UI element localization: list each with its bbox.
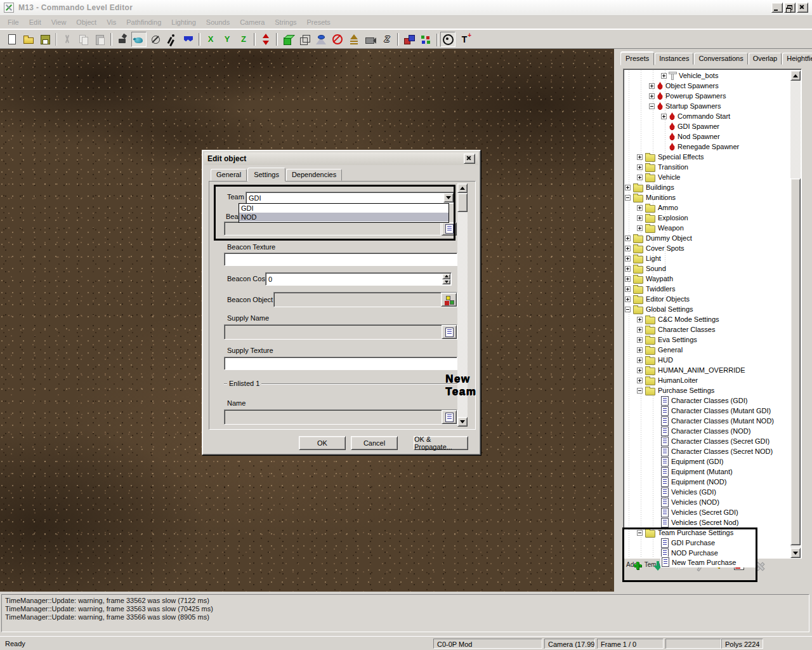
tree-row[interactable]: Vehicles (Secret Nod) (625, 517, 790, 527)
open-file-button[interactable] (21, 32, 36, 47)
tree-row[interactable]: GDI Purchase (625, 538, 790, 548)
new-file-button[interactable] (4, 32, 20, 47)
spray-tool-button[interactable] (115, 32, 130, 47)
vertical-arrows-button[interactable] (258, 32, 273, 47)
tree-expander[interactable] (625, 246, 631, 251)
tree-row[interactable]: Light (625, 253, 790, 263)
ok-propagate-button[interactable]: OK & Propagate... (414, 436, 468, 450)
tree-expander[interactable] (637, 368, 643, 373)
tree-row[interactable]: Character Classes (Secret NOD) (625, 446, 790, 456)
tree-row[interactable]: GDI Spawner (625, 121, 790, 131)
combo-dropdown-arrow[interactable] (443, 193, 454, 202)
tree-row[interactable]: Character Classes (625, 324, 790, 335)
tree-row[interactable]: Explosion (625, 213, 790, 223)
wire-cube-button[interactable] (297, 32, 312, 47)
camera-side-button[interactable] (363, 32, 378, 47)
render-teapot-button[interactable] (131, 32, 147, 47)
tree-row[interactable]: Vehicles (NOD) (625, 497, 790, 507)
tree-row[interactable]: HumanLoiter (625, 375, 790, 385)
tree-expander[interactable] (637, 378, 643, 383)
tree-row[interactable]: Dummy Object (625, 233, 790, 243)
tree-expander[interactable] (637, 327, 643, 333)
tree-expander[interactable] (637, 154, 643, 160)
beacon-name-field[interactable] (224, 222, 441, 235)
tree-expander[interactable] (637, 317, 643, 322)
axis-x-button[interactable]: X (203, 32, 218, 47)
tree-expander[interactable] (661, 114, 667, 119)
tree-expander[interactable] (637, 530, 643, 536)
tree-row[interactable]: Renegade Spawner (625, 142, 790, 152)
panel-tab[interactable]: Heightfield (782, 53, 812, 65)
copy-button[interactable] (76, 32, 91, 47)
tree-row[interactable]: Object Spawners (625, 81, 790, 91)
scrollbar-thumb[interactable] (790, 178, 801, 545)
beacon-object-field[interactable] (273, 292, 457, 307)
eye-triangle-button[interactable] (313, 32, 329, 47)
eject-up-button[interactable] (346, 32, 362, 47)
tree-row-new-team-purchase[interactable]: New Team Purchase (660, 557, 757, 567)
tree-row[interactable]: Global Settings (625, 304, 790, 314)
tree-expander[interactable] (625, 276, 631, 282)
eye-circle-button[interactable] (440, 32, 455, 47)
tree-expander[interactable] (637, 175, 643, 180)
cancel-button[interactable]: Cancel (351, 436, 398, 450)
tree-row[interactable]: Weapon (625, 223, 790, 233)
beacon-cost-input[interactable] (267, 274, 443, 284)
tree-expander[interactable] (637, 337, 643, 343)
close-button[interactable] (797, 3, 808, 13)
save-file-button[interactable] (37, 32, 53, 47)
team-combobox[interactable]: GDI (246, 192, 455, 204)
scroll-up-button[interactable] (457, 183, 468, 193)
tree-row[interactable]: Equipment (GDI) (625, 456, 790, 467)
tree-row[interactable]: Vehicles (Secret GDI) (625, 507, 790, 517)
tree-expander[interactable] (625, 307, 631, 312)
beacon-object-picker-button[interactable] (441, 293, 457, 307)
tree-expander[interactable] (625, 185, 631, 190)
tree-expander[interactable] (625, 256, 631, 262)
tree-row[interactable]: Character Classes (Mutant NOD) (625, 416, 790, 426)
tree-row[interactable]: Character Classes (Secret GDI) (625, 436, 790, 446)
tree-expander[interactable] (625, 266, 631, 272)
rotate-axis-button[interactable] (148, 32, 163, 47)
name-picker-button[interactable] (442, 410, 457, 424)
tree-row[interactable]: Equipment (NOD) (625, 477, 790, 487)
supply-name-field[interactable] (224, 324, 457, 340)
tree-row[interactable]: Commando Start (625, 111, 790, 121)
rgb-dots-button[interactable] (418, 32, 433, 47)
cut-button[interactable] (60, 32, 75, 47)
dialog-tab[interactable]: General (211, 169, 247, 181)
tree-row[interactable]: Startup Spawners (625, 101, 790, 111)
cube-pair-button[interactable] (402, 32, 417, 47)
panel-tab[interactable]: Presets (620, 52, 654, 65)
tree-row[interactable]: C&C Mode Settings (625, 314, 790, 324)
run-figure-button[interactable] (164, 32, 180, 47)
flag-waypoint-button[interactable] (181, 32, 196, 47)
restore-button[interactable] (784, 3, 796, 13)
supply-texture-input[interactable] (226, 359, 458, 368)
tree-row[interactable]: HUD (625, 355, 790, 365)
tree-row[interactable]: HUMAN_ANIM_OVERRIDE (625, 365, 790, 375)
name-field[interactable] (224, 409, 457, 425)
axis-z-button[interactable]: Z (236, 32, 251, 47)
tree-expander[interactable] (637, 225, 643, 231)
tree-row[interactable]: Powerup Spawners (625, 91, 790, 101)
tree-row[interactable]: Buildings (625, 182, 790, 192)
dialog-tab[interactable]: Settings (247, 168, 285, 182)
tree-row[interactable]: Sound (625, 263, 790, 274)
spin-down-button[interactable] (442, 279, 450, 285)
tree-row[interactable]: Equipment (Mutant) (625, 467, 790, 477)
tree-row[interactable]: Ammo (625, 202, 790, 213)
tree-row[interactable]: Purchase Settings (625, 385, 790, 395)
tree-row[interactable]: Editor Objects (625, 294, 790, 304)
add-button[interactable]: Add (622, 560, 642, 568)
tree-row[interactable]: Twiddlers (625, 284, 790, 294)
beacon-name-picker-button[interactable] (442, 222, 457, 235)
tree-expander[interactable] (661, 73, 667, 79)
panel-tab[interactable]: Instances (655, 53, 693, 65)
ok-button[interactable]: OK (299, 436, 346, 450)
tree-expander[interactable] (637, 347, 643, 353)
spin-up-button[interactable] (442, 274, 450, 279)
tree-row[interactable]: Character Classes (GDI) (625, 395, 790, 406)
tree-expander[interactable] (637, 164, 643, 170)
tree-expander[interactable] (625, 235, 631, 241)
